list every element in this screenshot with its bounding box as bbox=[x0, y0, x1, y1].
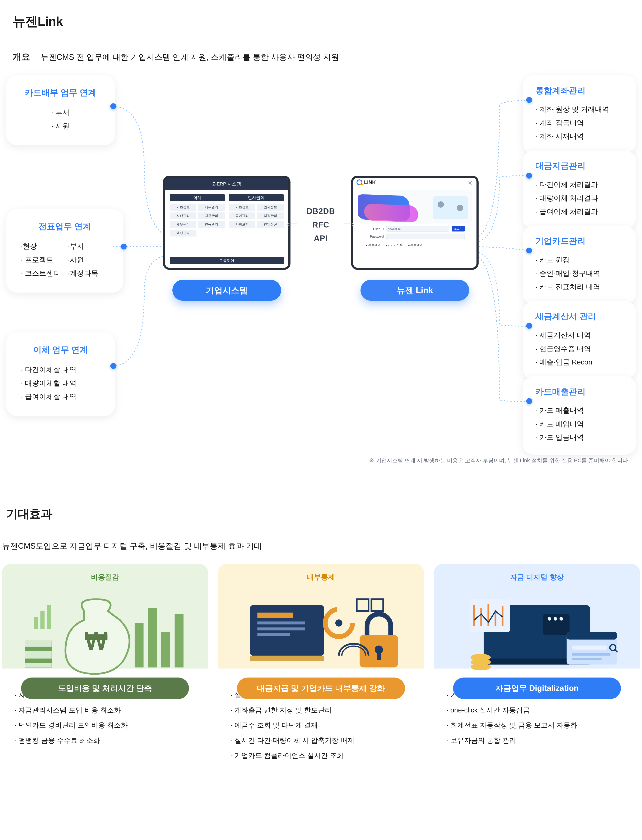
list-item: 법인카드 경비관리 도입비용 최소화 bbox=[15, 718, 195, 733]
svg-rect-0 bbox=[25, 641, 52, 668]
effect-badge: 도입비용 및 처리시간 단축 bbox=[21, 678, 189, 699]
protocol-rfc: RFC bbox=[312, 219, 329, 231]
erp-subhead-right: 인사급여 bbox=[229, 194, 284, 201]
svg-rect-8 bbox=[148, 608, 157, 668]
overview-text: 뉴젠CMS 전 업무에 대한 기업시스템 연계 지원, 스케줄러를 통한 사용자… bbox=[41, 53, 339, 62]
connector-dot bbox=[121, 244, 126, 249]
list-item: · 계좌 원장 및 거래내역 bbox=[535, 102, 623, 116]
link-hero-illustration bbox=[358, 190, 472, 224]
list-item: ·계정과목 bbox=[68, 266, 109, 280]
money-bag-illustration: ₩ bbox=[16, 587, 194, 677]
list-item: 자금관리시스템 도입 비용 최소화 bbox=[15, 703, 195, 718]
erp-cell: 인사정보 bbox=[257, 204, 284, 211]
device-link: LINK ✕ User ID NewoftLink 로그인 Password bbox=[351, 175, 478, 301]
connector-dot bbox=[110, 103, 116, 109]
list-item: 보유자금의 통합 관리 bbox=[447, 733, 627, 748]
effect-card-digital: 자금 디지털 향상 bbox=[434, 564, 640, 774]
svg-point-34 bbox=[554, 617, 557, 621]
close-icon: ✕ bbox=[468, 180, 473, 185]
protocol-api: API bbox=[295, 232, 347, 245]
connector-dot bbox=[526, 97, 532, 103]
list-item: ·현장 bbox=[21, 239, 62, 253]
link-logo: LINK bbox=[357, 179, 376, 185]
list-item: · 카드 전표처리 내역 bbox=[535, 280, 623, 294]
connector-dot bbox=[526, 323, 532, 329]
right-box-tax: 세금계산서 관리 · 세금계산서 내역 · 현금영수증 내역 · 매출·입금 R… bbox=[523, 301, 636, 379]
list-item: · 카드 매입내역 bbox=[535, 417, 623, 431]
svg-rect-16 bbox=[257, 634, 290, 636]
list-item: · 계좌 시재내역 bbox=[535, 130, 623, 143]
device-frame: LINK ✕ User ID NewoftLink 로그인 Password bbox=[351, 175, 478, 270]
pill-enterprise-system: 기업시스템 bbox=[172, 280, 281, 301]
right-box-corpcard: 기업카드관리 · 카드 원장 · 승인·매입·청구내역 · 카드 전표처리 내역 bbox=[523, 226, 636, 304]
list-item: · 코스트센터 bbox=[21, 266, 62, 280]
list-item: · 현금영수증 내역 bbox=[535, 342, 623, 356]
erp-cell: 사회보험 bbox=[229, 221, 255, 228]
list-item: one-click 실시간 자동집금 bbox=[447, 703, 627, 718]
svg-rect-41 bbox=[572, 653, 610, 656]
effect-card-control: 내부통제 bbox=[218, 564, 424, 774]
svg-rect-9 bbox=[161, 632, 170, 668]
svg-rect-32 bbox=[543, 614, 570, 635]
device-frame: Z-ERP 시스템 회계 기초정보 재무관리 자산관리 자금관리 세무관리 연동… bbox=[163, 175, 290, 270]
architecture-diagram: 카드배부 업무 연계 · 부서 · 사원 전표업무 연계 ·현장 ·부서 · 프… bbox=[0, 75, 642, 452]
list-item: · 사원 bbox=[21, 119, 100, 133]
svg-text:₩: ₩ bbox=[84, 628, 108, 655]
bidirectional-arrows-icon: ⟸ RFC ⟹ bbox=[295, 219, 347, 231]
left-box-transfer: 이체 업무 연계 · 다건이체할 내역 · 대량이체할 내역 · 급여이체할 내… bbox=[6, 333, 115, 416]
link-tab: 환경설정 bbox=[408, 243, 422, 247]
svg-rect-5 bbox=[47, 605, 51, 629]
password-label: Password bbox=[365, 235, 384, 238]
erp-cell: 기초정보 bbox=[229, 204, 255, 211]
list-item: · 승인·매입·청구내역 bbox=[535, 266, 623, 280]
erp-cell: 재무관리 bbox=[198, 204, 225, 211]
right-box-payment: 대금지급관리 · 다건이체 처리결과 · 대량이체 처리결과 · 급여이체 처리… bbox=[523, 151, 636, 229]
svg-rect-2 bbox=[25, 658, 52, 663]
list-item: · 대량이체할 내역 bbox=[21, 376, 100, 390]
protocol-db2db: DB2DB bbox=[295, 205, 347, 218]
svg-point-18 bbox=[335, 619, 342, 627]
left-box-card-dispatch: 카드배부 업무 연계 · 부서 · 사원 bbox=[6, 75, 115, 145]
svg-rect-38 bbox=[572, 645, 608, 650]
list-item: 계좌출금 권한 지정 및 한도관리 bbox=[230, 703, 411, 718]
list-item: 예금주 조회 및 다단계 결재 bbox=[230, 718, 411, 733]
connector-dot bbox=[526, 173, 532, 179]
erp-foot: 그룹웨어 bbox=[170, 257, 284, 264]
svg-rect-23 bbox=[377, 652, 381, 660]
svg-point-35 bbox=[559, 617, 563, 621]
right-box-cardsales: 카드매출관리 · 카드 매출내역 · 카드 매입내역 · 카드 입금내역 bbox=[523, 376, 636, 455]
svg-rect-3 bbox=[34, 617, 38, 629]
list-item: · 세금계산서 내역 bbox=[535, 328, 623, 342]
svg-point-33 bbox=[548, 617, 551, 621]
svg-rect-15 bbox=[257, 627, 305, 630]
svg-rect-14 bbox=[257, 621, 305, 624]
effects-section: 기대효과 뉴젠CMS도입으로 자금업무 디지털 구축, 비용절감 및 내부통제 … bbox=[0, 506, 642, 790]
svg-rect-1 bbox=[25, 647, 52, 651]
overview: 개요 뉴젠CMS 전 업무에 대한 기업시스템 연계 지원, 스케줄러를 통한 … bbox=[13, 51, 642, 63]
link-logo-text: LINK bbox=[364, 179, 376, 185]
page-title: 뉴젠Link bbox=[13, 13, 642, 30]
erp-cell: 연말정산 bbox=[257, 221, 284, 228]
erp-cell: 퇴직관리 bbox=[257, 213, 284, 219]
list-item: · 급여이체할 내역 bbox=[21, 390, 100, 403]
link-tab: 환경설정 bbox=[366, 243, 380, 247]
right-box-title: 기업카드관리 bbox=[535, 235, 623, 247]
erp-cell: 세무관리 bbox=[170, 221, 196, 228]
list-item: · 급여이체 처리결과 bbox=[535, 205, 623, 218]
connector-dot bbox=[526, 398, 532, 404]
erp-cell: 예산관리 bbox=[170, 230, 196, 237]
svg-rect-7 bbox=[135, 623, 144, 668]
effects-heading: 기대효과 bbox=[6, 506, 642, 522]
right-box-title: 통합계좌관리 bbox=[535, 85, 623, 96]
effect-card-cost: 비용절감 ₩ 도입비용 및 처리시간 단축 자금업무 자동 bbox=[2, 564, 208, 774]
svg-rect-13 bbox=[257, 613, 293, 618]
list-item: · 대량이체 처리결과 bbox=[535, 191, 623, 205]
svg-rect-12 bbox=[250, 656, 324, 661]
login-button: 로그인 bbox=[452, 226, 465, 231]
svg-point-45 bbox=[471, 654, 491, 661]
effect-badge: 대금지급 및 기업카드 내부통제 강화 bbox=[237, 678, 405, 699]
left-box-title: 이체 업무 연계 bbox=[21, 344, 100, 356]
list-item: 펌뱅킹 금융 수수료 최소화 bbox=[15, 733, 195, 748]
erp-cell: 자산관리 bbox=[170, 213, 196, 219]
user-id-label: User ID bbox=[365, 227, 384, 231]
